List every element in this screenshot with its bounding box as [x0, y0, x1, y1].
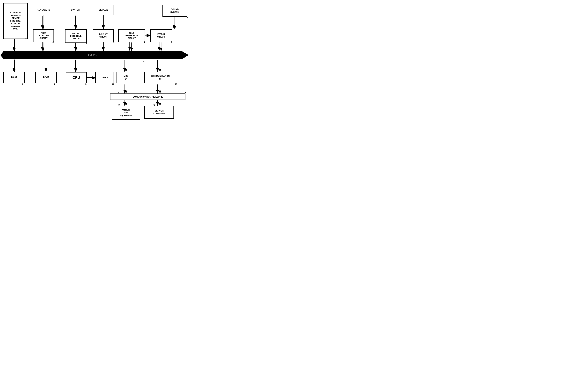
display-box: DISPLAY — [93, 5, 114, 15]
bus-label: BUS — [88, 53, 97, 57]
effect-circuit-box: EFFECT CIRCUIT — [150, 29, 172, 42]
label-20: 20 — [153, 104, 155, 106]
label-16: 16 — [117, 92, 119, 94]
display-circuit-box: DISPLAY CIRCUIT — [93, 29, 114, 42]
label-2: 2 — [54, 83, 55, 85]
external-storage-box: EXTERNAL STORAGE DEVICE (HDD,FDD, CD-ROM… — [3, 3, 28, 39]
label-9: 9 — [25, 38, 27, 40]
second-detecting-box: SECOND DETECTING CIRCUIT — [65, 29, 87, 43]
rom-box: ROM — [35, 72, 57, 83]
label-7: 7 — [144, 41, 145, 43]
label-5: 5 — [86, 42, 87, 45]
label-18: 18 — [175, 83, 177, 85]
label-19: 19 — [183, 92, 186, 94]
first-detecting-box: FIRST DETECTING CIRCUIT — [33, 29, 54, 42]
midi-if-box: MIDI I/F — [117, 72, 135, 83]
cpu-box: CPU — [66, 72, 87, 83]
ram-box: RAM — [3, 72, 25, 83]
tone-generator-box: TONE GENERATOR CIRCUIT — [118, 29, 145, 42]
label-11: 11 — [112, 83, 114, 85]
timer-box: TIMER — [95, 72, 114, 83]
label-4: 4 — [53, 41, 54, 43]
server-computer-box: SERVER COMPUTER — [144, 106, 174, 119]
sound-system-box: SOUND SYSTEM — [162, 5, 187, 17]
keyboard-box: KEYBOARD — [33, 5, 54, 15]
label-3: 3 — [22, 83, 23, 85]
label-8: 8 — [171, 41, 172, 43]
label-17: 17 — [118, 104, 120, 106]
label-10: 10 — [143, 60, 145, 63]
comm-network-box: COMMUNICATION NETWORK — [110, 94, 185, 100]
label-6: 6 — [113, 41, 114, 43]
comm-if-box: COMMUNICATION I/F — [144, 72, 176, 83]
diagram: EXTERNAL STORAGE DEVICE (HDD,FDD, CD-ROM… — [0, 0, 197, 128]
other-midi-box: OTHER MIDI EQUIPMENT — [112, 106, 140, 120]
label-15: 15 — [185, 16, 188, 19]
switch-box: SWITCH — [65, 5, 86, 15]
label-1: 1 — [85, 83, 86, 85]
